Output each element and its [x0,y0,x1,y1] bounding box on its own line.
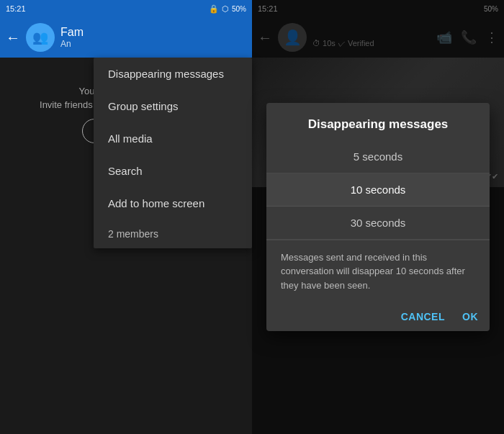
left-panel: 15:21 🔒 ⬡ 50% ← 👥 Fam An Disappearing me… [0,0,252,434]
menu-item-disappearing[interactable]: Disappearing messages [94,58,252,90]
menu-item-members: 2 members [94,220,252,248]
back-button[interactable]: ← [6,30,20,46]
left-time: 15:21 [6,4,26,13]
bluetooth-icon: ⬡ [222,4,229,14]
group-avatar: 👥 [26,23,55,52]
option-10-seconds[interactable]: 10 seconds [266,173,490,207]
group-name: Fam [60,26,246,39]
option-30-seconds[interactable]: 30 seconds [266,207,490,240]
dropdown-menu: Disappearing messages Group settings All… [94,58,252,248]
group-info: Fam An [60,26,246,49]
disappearing-messages-dialog: Disappearing messages 5 seconds 10 secon… [266,103,490,332]
left-status-bar: 15:21 🔒 ⬡ 50% [0,0,252,17]
left-top-bar: ← 👥 Fam An [0,17,252,58]
left-status-icons: 🔒 ⬡ 50% [209,4,246,14]
ok-button[interactable]: OK [462,311,478,322]
option-5-seconds[interactable]: 5 seconds [266,140,490,173]
group-sub: An [60,39,246,49]
battery-icon: 50% [232,5,246,13]
menu-item-all-media[interactable]: All media [94,122,252,155]
dialog-actions: CANCEL OK [266,302,490,331]
lock-icon: 🔒 [209,4,219,14]
dialog-overlay: Disappearing messages 5 seconds 10 secon… [252,0,504,434]
dialog-title: Disappearing messages [266,103,490,140]
right-panel: 15:21 50% ← 👤 ​ ⏱ 10s ✓ Verified 📹 📞 ⋮ 2… [252,0,504,434]
menu-item-search[interactable]: Search [94,155,252,187]
menu-item-group-settings[interactable]: Group settings [94,90,252,122]
dialog-description: Messages sent and received in this conve… [266,240,490,303]
menu-item-add-home[interactable]: Add to home screen [94,187,252,220]
cancel-button[interactable]: CANCEL [401,311,445,322]
